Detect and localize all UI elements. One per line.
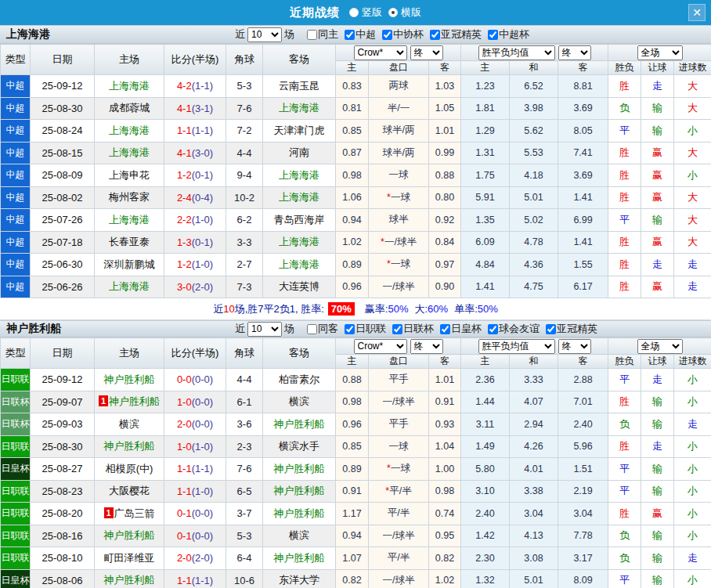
competition-type: 中超	[1, 120, 31, 142]
result-wdl: 平	[608, 569, 641, 588]
home-team: 长春亚泰	[95, 231, 164, 254]
corner-score: 3-6	[226, 413, 263, 436]
competition-checkbox[interactable]	[488, 324, 498, 334]
competition-filter[interactable]: 日联杯	[388, 322, 434, 336]
match-row: 日联杯25-09-071神户胜利船1-0(0-0)6-1横滨0.98一/球半0.…	[1, 391, 711, 413]
match-row: 中超25-08-02梅州客家2-4(0-4)10-2上海海港1.06*一球0.8…	[1, 186, 711, 209]
mean-draw: 4.36	[510, 254, 558, 276]
radio-horizontal-icon[interactable]	[388, 8, 398, 17]
competition-filter[interactable]: 中超杯	[483, 27, 529, 41]
match-date: 25-08-10	[31, 547, 95, 570]
competition-filter[interactable]: 日职联	[340, 322, 386, 336]
away-odds: 0.80	[429, 186, 461, 209]
sub-column-header: 进球数	[674, 61, 711, 75]
competition-checkbox[interactable]	[392, 324, 402, 334]
unit-label: 场	[284, 27, 294, 41]
competition-filter[interactable]: 亚冠精英	[425, 27, 482, 41]
scope-select[interactable]: 全场	[637, 45, 683, 60]
competition-checkbox[interactable]	[382, 30, 392, 40]
home-team: 上海申花	[95, 164, 164, 187]
home-odds: 1.02	[336, 231, 369, 254]
home-odds: 0.85	[336, 120, 369, 142]
competition-checkbox[interactable]	[345, 324, 355, 334]
competition-filter[interactable]: 中超	[340, 27, 376, 41]
home-team: 神户胜利船	[95, 525, 164, 547]
mean-home: 1.31	[461, 142, 510, 164]
home-odds: 0.94	[336, 525, 369, 547]
corner-score: 5-3	[226, 525, 263, 547]
mean-away: 3.69	[558, 97, 608, 120]
competition-filter[interactable]: 日皇杯	[435, 322, 482, 336]
result-goals: 大	[674, 231, 711, 254]
odds-stage-select[interactable]: 终	[410, 339, 443, 354]
competition-checkbox[interactable]	[546, 324, 556, 334]
page-title: 近期战绩	[290, 5, 340, 20]
near-label: 近	[235, 27, 245, 41]
mean-stage-select[interactable]: 终	[558, 339, 591, 354]
competition-type: 日职联	[1, 369, 31, 391]
summary-record: 场,胜7平2负1, 胜率:	[235, 302, 324, 316]
same-venue-checkbox[interactable]	[307, 324, 317, 334]
score: 1-1(1-0)	[164, 480, 226, 503]
away-odds: 1.01	[429, 369, 461, 391]
stat-value: 50%	[478, 303, 498, 315]
match-row: 日职联25-08-10町田泽维亚2-0(2-0)6-4神户胜利船1.07平/半0…	[1, 547, 711, 570]
competition-filter[interactable]: 中协杯	[377, 27, 424, 41]
scope-select[interactable]: 全场	[637, 339, 683, 354]
away-odds: 0.82	[429, 547, 461, 570]
competition-checkbox[interactable]	[440, 324, 450, 334]
result-handicap: 赢	[641, 164, 674, 187]
result-handicap: 输	[641, 547, 674, 570]
corner-score: 3-3	[226, 231, 263, 254]
odds-stage-select[interactable]: 终	[410, 45, 443, 60]
result-handicap: 赢	[641, 142, 674, 164]
mean-home: 1.75	[461, 164, 510, 187]
corner-score: 7-6	[226, 458, 263, 481]
match-date: 25-09-07	[31, 391, 95, 413]
mean-home: 1.35	[461, 209, 510, 232]
score: 1-1(1-1)	[164, 120, 226, 142]
bookmaker-select[interactable]: Crow*	[354, 45, 407, 60]
competition-checkbox[interactable]	[430, 30, 440, 40]
mean-away: 7.01	[558, 391, 608, 413]
away-team: 上海海港	[263, 231, 336, 254]
home-team: 深圳新鹏城	[95, 254, 164, 276]
match-date: 25-08-23	[31, 480, 95, 503]
result-goals: 走	[674, 547, 711, 570]
competition-checkbox[interactable]	[488, 30, 498, 40]
same-venue-filter[interactable]: 同客	[302, 322, 338, 336]
competition-filter[interactable]: 球会友谊	[483, 322, 540, 336]
same-venue-checkbox[interactable]	[307, 30, 317, 40]
match-count-select[interactable]: 10	[247, 27, 282, 42]
radio-vertical-layout[interactable]: 竖版	[349, 5, 382, 20]
match-date: 25-08-27	[31, 458, 95, 481]
radio-horizontal-layout[interactable]: 横版	[388, 5, 421, 20]
radio-vertical-icon[interactable]	[349, 8, 359, 17]
mean-home: 1.29	[461, 120, 510, 142]
mean-stage-select[interactable]: 终	[558, 45, 591, 60]
score: 1-3(0-1)	[164, 231, 226, 254]
close-button[interactable]: ✕	[688, 4, 706, 21]
mean-type-select[interactable]: 胜平负均值	[478, 339, 555, 354]
home-odds: 0.83	[336, 75, 369, 98]
mean-home: 3.10	[461, 480, 510, 503]
home-team: 神户胜利船	[95, 435, 164, 458]
column-header: 比分(半场)	[164, 338, 226, 369]
same-venue-filter[interactable]: 同主	[302, 27, 338, 41]
score: 1-1(1-1)	[164, 569, 226, 588]
mean-draw: 3.33	[510, 369, 558, 391]
competition-filter[interactable]: 亚冠精英	[541, 322, 597, 336]
bookmaker-select[interactable]: Crow*	[354, 339, 407, 354]
mean-home: 1.32	[461, 569, 510, 588]
sub-column-header: 主	[336, 355, 369, 369]
mean-draw: 3.98	[510, 97, 558, 120]
home-team: 横滨	[95, 413, 164, 436]
match-count-select[interactable]: 10	[247, 322, 282, 337]
mean-home: 1.23	[461, 75, 510, 98]
result-handicap: 赢	[641, 503, 674, 525]
match-date: 25-09-12	[31, 75, 95, 98]
team-name: 神户胜利船	[6, 322, 61, 336]
competition-checkbox[interactable]	[345, 30, 355, 40]
mean-type-select[interactable]: 胜平负均值	[478, 45, 555, 60]
score: 1-0(0-0)	[164, 391, 226, 413]
